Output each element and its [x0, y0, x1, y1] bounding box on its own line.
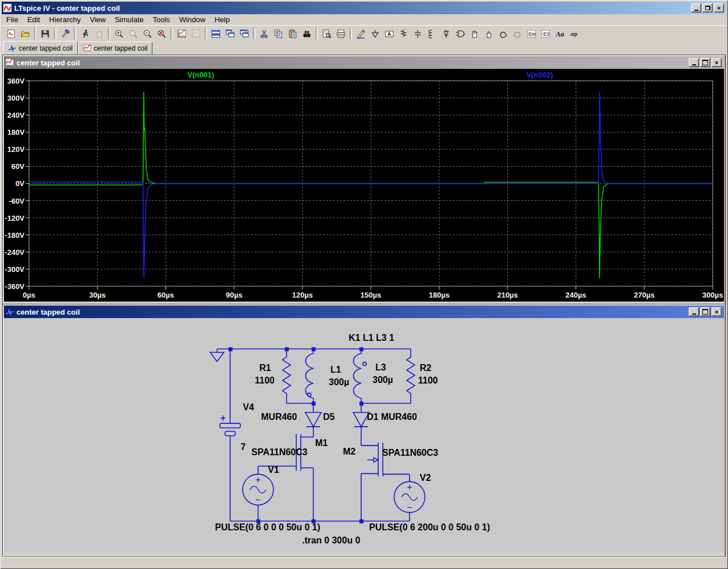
- open-button[interactable]: [18, 27, 32, 40]
- waveform-plot[interactable]: 0µs30µs60µs90µs120µs150µs180µs210µs240µs…: [4, 69, 724, 302]
- wave-maximize-button[interactable]: [700, 58, 710, 67]
- waveform-titlebar[interactable]: center tapped coil ×: [4, 56, 724, 69]
- v2-name[interactable]: V2: [420, 473, 431, 483]
- find-button[interactable]: [300, 27, 314, 40]
- resistor-button[interactable]: [396, 27, 411, 40]
- halt-button[interactable]: [92, 27, 106, 40]
- copy-button[interactable]: [271, 27, 286, 40]
- diode-button[interactable]: [439, 27, 453, 40]
- ground-button[interactable]: [368, 27, 382, 40]
- l1-name[interactable]: L1: [330, 365, 341, 375]
- close-button[interactable]: ×: [714, 3, 724, 13]
- coupling-directive[interactable]: K1 L1 L3 1: [349, 333, 394, 343]
- inductor-button[interactable]: [425, 27, 439, 40]
- v4-name[interactable]: V4: [243, 402, 254, 413]
- component-button[interactable]: [453, 27, 468, 40]
- wave-minimize-button[interactable]: [689, 58, 699, 67]
- l1-value[interactable]: 300µ: [329, 377, 349, 387]
- inductor-icon: [427, 29, 437, 39]
- spice-directive-button[interactable]: .op: [567, 27, 581, 40]
- r1-value[interactable]: 1100: [255, 376, 275, 386]
- drag-button[interactable]: [482, 27, 496, 40]
- l3-value[interactable]: 300µ: [373, 375, 393, 385]
- legend-V(n002)[interactable]: V(n002): [526, 71, 553, 79]
- restore-button[interactable]: [702, 3, 713, 13]
- save-button[interactable]: [38, 27, 52, 40]
- sch-close-button[interactable]: ×: [712, 307, 722, 316]
- m1-name[interactable]: M1: [315, 438, 328, 448]
- x-tick-label: 270µs: [634, 291, 655, 299]
- sch-minimize-button[interactable]: [689, 307, 699, 316]
- x-tick-label: 30µs: [89, 291, 106, 299]
- sch-maximize-button[interactable]: [700, 307, 710, 316]
- new-schematic-button[interactable]: [4, 27, 18, 40]
- capacitor-icon: [413, 29, 423, 39]
- tab-waveform[interactable]: center tapped coil: [78, 42, 153, 55]
- svg-text:Em: Em: [528, 31, 536, 37]
- menu-edit[interactable]: Edit: [23, 15, 44, 24]
- menu-window[interactable]: Window: [175, 15, 210, 24]
- zoom-back-button[interactable]: [126, 27, 140, 40]
- plot-settings-button[interactable]: [189, 27, 203, 40]
- minimize-button[interactable]: [691, 3, 701, 13]
- zoom-full-extents-button[interactable]: [155, 27, 169, 40]
- schematic-titlebar[interactable]: center tapped coil ×: [4, 306, 724, 318]
- draw-wire-button[interactable]: [354, 27, 368, 40]
- m2-model[interactable]: SPA11N60C3: [382, 448, 438, 458]
- edit-netlist-button[interactable]: E3: [539, 27, 553, 40]
- print-button[interactable]: [334, 27, 348, 40]
- legend-V(n001)[interactable]: V(n001): [188, 71, 214, 79]
- menu-file[interactable]: File: [2, 15, 23, 24]
- menu-tools[interactable]: Tools: [148, 15, 175, 24]
- save-icon: [40, 29, 50, 39]
- paste-button[interactable]: [286, 27, 300, 40]
- main-titlebar[interactable]: LTspice IV - center tapped coil ×: [2, 2, 726, 14]
- v4-value[interactable]: 7: [241, 442, 246, 452]
- l3-name[interactable]: L3: [375, 362, 386, 373]
- diode-icon: [441, 29, 451, 39]
- d5-name[interactable]: D5: [323, 412, 334, 422]
- move-button[interactable]: [468, 27, 482, 40]
- zoom-in-button[interactable]: [112, 27, 126, 40]
- v1-name[interactable]: V1: [268, 465, 279, 475]
- menu-view[interactable]: View: [85, 15, 110, 24]
- menu-help[interactable]: Help: [210, 15, 234, 24]
- x-tick-label: 90µs: [226, 291, 242, 299]
- menu-bar: FileEditHierarchyViewSimulateToolsWindow…: [2, 14, 726, 25]
- menu-hierarchy[interactable]: Hierarchy: [44, 15, 85, 24]
- print-preview-button[interactable]: [320, 27, 334, 40]
- tile-windows-button[interactable]: [209, 27, 223, 40]
- autorange-y-button[interactable]: [175, 27, 189, 40]
- r2-value[interactable]: 1100: [418, 376, 438, 386]
- control-panel-button[interactable]: [58, 27, 72, 40]
- arrange-windows-button[interactable]: [237, 27, 251, 40]
- wave-close-button[interactable]: ×: [712, 58, 722, 67]
- run-button[interactable]: [78, 27, 92, 40]
- v1-pulse-spec[interactable]: PULSE(0 6 0 0 0 50u 0 1): [215, 522, 320, 533]
- y-tick-label: -300V: [5, 265, 24, 274]
- waveform-plot-area[interactable]: 0µs30µs60µs90µs120µs150µs180µs210µs240µs…: [4, 69, 724, 302]
- m2-name[interactable]: M2: [343, 447, 355, 457]
- v2-pulse-spec[interactable]: PULSE(0 6 200u 0 0 50u 0 1): [369, 522, 490, 533]
- m1-model[interactable]: SPA11N60C3: [251, 447, 307, 457]
- undo-button[interactable]: [496, 27, 510, 40]
- tran-directive[interactable]: .tran 0 300u 0: [302, 535, 360, 546]
- net-label-button[interactable]: [382, 27, 396, 40]
- zoom-out-button[interactable]: [140, 27, 155, 40]
- r2-name[interactable]: R2: [420, 363, 431, 373]
- edit-netlist-icon: E3: [541, 29, 551, 39]
- cascade-windows-button[interactable]: [223, 27, 237, 40]
- edit-simulation-cmd-button[interactable]: Em: [524, 27, 539, 40]
- tab-schematic[interactable]: center tapped coil: [3, 41, 78, 55]
- menu-simulate[interactable]: Simulate: [110, 15, 148, 24]
- tab-label: center tapped coil: [94, 44, 148, 52]
- cut-button[interactable]: [257, 27, 271, 40]
- d1-label[interactable]: D1 MUR460: [367, 412, 417, 422]
- d5-model[interactable]: MUR460: [261, 412, 297, 422]
- schematic-canvas[interactable]: K1 L1 L3 1 R1 1100 L1 300µ L3 300µ R2 11…: [4, 318, 724, 552]
- text-button[interactable]: Aa: [553, 27, 567, 40]
- capacitor-button[interactable]: [411, 27, 425, 40]
- y-tick-label: 60V: [11, 162, 24, 171]
- redo-button[interactable]: [510, 27, 524, 40]
- r1-name[interactable]: R1: [259, 363, 271, 373]
